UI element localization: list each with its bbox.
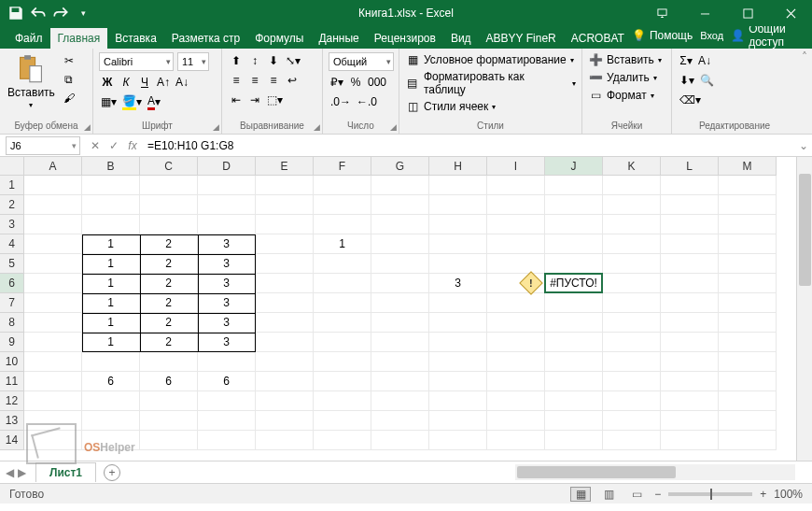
- cell-B4[interactable]: 1: [82, 234, 140, 254]
- cell-C6[interactable]: 2: [140, 274, 198, 293]
- cell-F11[interactable]: [314, 372, 371, 391]
- cell-G10[interactable]: [371, 352, 429, 372]
- cell-C10[interactable]: [140, 352, 198, 372]
- cell-M3[interactable]: [719, 215, 777, 234]
- cell-A10[interactable]: [24, 352, 82, 372]
- cell-C1[interactable]: [140, 176, 198, 195]
- col-header-K[interactable]: K: [603, 157, 661, 176]
- cell-A4[interactable]: [24, 234, 82, 254]
- increase-indent-button[interactable]: ⇥: [246, 92, 263, 108]
- cell-M9[interactable]: [719, 333, 777, 352]
- cell-B3[interactable]: [82, 215, 140, 234]
- cell-J7[interactable]: [545, 293, 603, 313]
- cell-B12[interactable]: [82, 391, 140, 411]
- cell-F3[interactable]: [314, 215, 371, 234]
- cell-D10[interactable]: [198, 352, 256, 372]
- cell-H13[interactable]: [429, 411, 487, 431]
- cell-M5[interactable]: [719, 254, 777, 274]
- cell-M4[interactable]: [719, 234, 777, 254]
- tab-view[interactable]: Вид: [443, 28, 479, 49]
- maximize-icon[interactable]: [726, 0, 769, 26]
- cell-M6[interactable]: [719, 274, 777, 293]
- cell-D11[interactable]: 6: [198, 372, 256, 391]
- font-color-button[interactable]: A▾: [146, 93, 162, 110]
- qat-customize-icon[interactable]: ▾: [75, 5, 91, 21]
- cell-G7[interactable]: [371, 293, 429, 313]
- cell-J14[interactable]: [545, 431, 603, 450]
- cell-I13[interactable]: [487, 411, 545, 431]
- col-header-J[interactable]: J: [545, 157, 603, 176]
- cell-H7[interactable]: [429, 293, 487, 313]
- tab-data[interactable]: Данные: [311, 28, 366, 49]
- cell-E3[interactable]: [256, 215, 314, 234]
- cell-K5[interactable]: [603, 254, 661, 274]
- cell-B13[interactable]: [82, 411, 140, 431]
- cell-M13[interactable]: [719, 411, 777, 431]
- sort-filter-button[interactable]: A↓: [696, 52, 713, 69]
- cell-D4[interactable]: 3: [198, 234, 256, 254]
- cell-F6[interactable]: [314, 274, 371, 293]
- cell-D12[interactable]: [198, 391, 256, 411]
- bold-button[interactable]: Ж: [99, 74, 116, 91]
- align-center-button[interactable]: ≡: [246, 72, 263, 89]
- cell-J11[interactable]: [545, 372, 603, 391]
- v-scroll-thumb[interactable]: [799, 174, 811, 286]
- save-icon[interactable]: [7, 5, 24, 21]
- col-header-H[interactable]: H: [429, 157, 487, 176]
- tab-acrobat[interactable]: ACROBAT: [564, 28, 632, 49]
- format-painter-button[interactable]: 🖌: [61, 90, 77, 106]
- paste-button[interactable]: Вставить▾: [6, 52, 57, 111]
- find-select-button[interactable]: 🔍: [698, 72, 716, 89]
- col-header-L[interactable]: L: [661, 157, 719, 176]
- row-header-1[interactable]: 1: [0, 176, 24, 195]
- cell-B8[interactable]: 1: [82, 313, 140, 333]
- cell-E5[interactable]: [256, 254, 314, 274]
- conditional-formatting-button[interactable]: ▦Условное форматирование▾: [405, 52, 574, 67]
- minimize-icon[interactable]: [683, 0, 726, 26]
- cell-J12[interactable]: [545, 391, 603, 411]
- cell-C5[interactable]: 2: [140, 254, 198, 274]
- cell-C9[interactable]: 2: [140, 333, 198, 352]
- cell-A6[interactable]: [24, 274, 82, 293]
- cell-H12[interactable]: [429, 391, 487, 411]
- cell-I12[interactable]: [487, 391, 545, 411]
- cell-D1[interactable]: [198, 176, 256, 195]
- name-box[interactable]: J6: [6, 136, 80, 155]
- cell-H8[interactable]: [429, 313, 487, 333]
- row-header-5[interactable]: 5: [0, 254, 24, 274]
- merge-button[interactable]: ⬚▾: [265, 92, 285, 108]
- undo-icon[interactable]: [30, 5, 47, 21]
- cell-M7[interactable]: [719, 293, 777, 313]
- cell-L9[interactable]: [661, 333, 719, 352]
- format-as-table-button[interactable]: ▤Форматировать как таблицу▾: [405, 70, 576, 96]
- cell-F9[interactable]: [314, 333, 371, 352]
- cell-F1[interactable]: [314, 176, 371, 195]
- align-left-button[interactable]: ≡: [228, 72, 245, 89]
- cell-M14[interactable]: [719, 431, 777, 450]
- align-middle-button[interactable]: ↕: [246, 52, 263, 69]
- cell-L11[interactable]: [661, 372, 719, 391]
- cell-F5[interactable]: [314, 254, 371, 274]
- delete-cells-button[interactable]: ➖Удалить▾: [588, 70, 657, 85]
- align-launcher-icon[interactable]: ◢: [314, 122, 320, 132]
- cell-I3[interactable]: [487, 215, 545, 234]
- cell-B6[interactable]: 1: [82, 274, 140, 293]
- cell-F2[interactable]: [314, 195, 371, 215]
- cell-G11[interactable]: [371, 372, 429, 391]
- cell-J4[interactable]: [545, 234, 603, 254]
- wrap-text-button[interactable]: ↩: [284, 72, 301, 89]
- cell-A12[interactable]: [24, 391, 82, 411]
- cell-M11[interactable]: [719, 372, 777, 391]
- cell-H1[interactable]: [429, 176, 487, 195]
- cell-J8[interactable]: [545, 313, 603, 333]
- cell-A13[interactable]: [24, 411, 82, 431]
- cell-J3[interactable]: [545, 215, 603, 234]
- normal-view-button[interactable]: ▦: [570, 487, 591, 502]
- cell-K12[interactable]: [603, 391, 661, 411]
- cell-G6[interactable]: [371, 274, 429, 293]
- cell-A7[interactable]: [24, 293, 82, 313]
- cell-I1[interactable]: [487, 176, 545, 195]
- cell-H10[interactable]: [429, 352, 487, 372]
- col-header-G[interactable]: G: [371, 157, 429, 176]
- align-bottom-button[interactable]: ⬇: [265, 52, 282, 69]
